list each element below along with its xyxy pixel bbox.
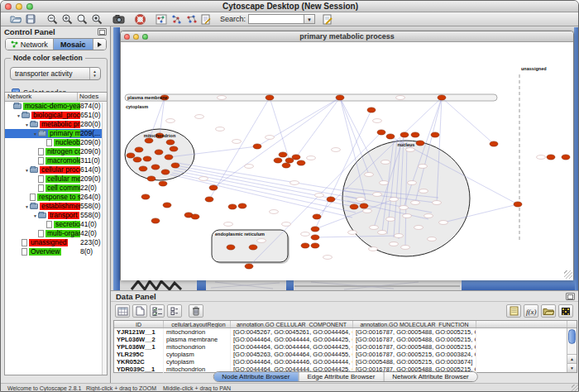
select-attributes-icon[interactable]	[150, 304, 165, 318]
attribute-list-icon[interactable]	[167, 304, 182, 318]
tree-row[interactable]: ▼primary metabolic209(...	[5, 129, 107, 138]
window-titlebar[interactable]: Cytoscape Desktop (New Session)	[1, 1, 579, 12]
tree-scrollbar[interactable]	[102, 103, 107, 375]
zoom-fit-icon[interactable]	[74, 13, 89, 26]
network-node[interactable]	[311, 227, 319, 232]
network-node[interactable]	[245, 264, 253, 269]
attribute-batch-editor-icon[interactable]	[506, 304, 521, 318]
network-node[interactable]	[127, 153, 135, 158]
tab-node-attribute-browser[interactable]: Node Attribute Browser	[213, 372, 299, 381]
network-node[interactable]	[386, 134, 395, 139]
tree-row[interactable]: ▼cellular process614(0)	[5, 165, 107, 174]
network-node[interactable]	[249, 245, 257, 250]
network-node[interactable]	[171, 163, 179, 168]
network-node[interactable]	[377, 130, 385, 135]
network-node[interactable]	[191, 214, 199, 219]
network-node[interactable]	[253, 144, 261, 149]
network-node[interactable]	[336, 95, 344, 100]
import-network-icon[interactable]	[169, 13, 184, 26]
import-attributes-icon[interactable]	[541, 304, 556, 318]
network-node[interactable]	[327, 197, 335, 202]
column-header[interactable]: annotation.GO MOLECULAR_FUNCTION	[353, 321, 476, 327]
tab-mosaic[interactable]: Mosaic	[54, 39, 93, 50]
float-panel-icon[interactable]	[566, 293, 575, 300]
tree-row[interactable]: Overview8(0)	[5, 247, 107, 256]
network-node[interactable]	[313, 214, 321, 219]
network-node[interactable]	[170, 146, 178, 151]
network-node[interactable]	[431, 132, 439, 137]
expand-arrow-icon[interactable]: ▼	[24, 204, 30, 209]
open-icon[interactable]	[8, 13, 23, 26]
minimize-window-icon[interactable]	[16, 3, 22, 10]
scrollbar-thumb[interactable]	[568, 329, 576, 344]
network-node[interactable]	[490, 141, 498, 146]
table-row[interactable]: YPL036W__2plasma membrane[GO:0044464, GO…	[114, 336, 577, 343]
network-node[interactable]	[205, 197, 213, 202]
help-icon[interactable]	[132, 13, 147, 26]
column-header[interactable]: annotation.GO CELLULAR_COMPONENT	[231, 321, 353, 327]
column-header[interactable]	[476, 321, 567, 327]
network-node[interactable]	[547, 155, 555, 160]
table-row[interactable]: YKR052Ccytoplasm[GO:0044464, GO:0044446,…	[114, 358, 577, 366]
network-node[interactable]	[163, 203, 171, 208]
table-scrollbar[interactable]: ▲ ▼	[567, 328, 577, 372]
zoom-window-icon[interactable]	[26, 3, 33, 10]
network-node[interactable]	[350, 204, 358, 209]
export-network-icon[interactable]	[184, 13, 199, 26]
tree-row[interactable]: ▼transport558(0)	[5, 211, 107, 220]
zoom-out-icon[interactable]	[45, 13, 60, 26]
tree-row[interactable]: nucleobase-209(0)	[5, 138, 107, 147]
network-node[interactable]	[227, 245, 235, 250]
network-node[interactable]	[155, 150, 163, 155]
network-node[interactable]	[161, 170, 170, 174]
network-node[interactable]	[292, 155, 300, 160]
tree-row[interactable]: secretion41(0)	[5, 220, 107, 229]
delete-attribute-icon[interactable]	[189, 304, 203, 318]
network-node[interactable]	[151, 218, 160, 223]
network-node[interactable]	[209, 185, 218, 190]
network-node[interactable]	[311, 235, 319, 240]
column-header[interactable]: ID	[114, 321, 164, 327]
network-node[interactable]	[562, 155, 570, 160]
network-node[interactable]	[411, 132, 419, 137]
search-input[interactable]	[248, 14, 304, 24]
expand-arrow-icon[interactable]: ▼	[32, 131, 38, 136]
tree-row[interactable]: ▼establishment of lo558(0)	[5, 202, 107, 211]
tree-row[interactable]: nitrogen compo209(0)	[5, 147, 107, 156]
table-row[interactable]: YLR295Ccytoplasm[GO:0045263, GO:0044464,…	[114, 351, 577, 358]
window-resize-grip-icon[interactable]	[572, 385, 579, 392]
network-node[interactable]	[282, 163, 290, 168]
network-node[interactable]	[360, 203, 368, 208]
close-view-icon[interactable]	[124, 34, 130, 40]
network-node[interactable]	[166, 140, 175, 145]
expand-arrow-icon[interactable]: ▼	[16, 113, 22, 118]
network-node[interactable]	[279, 152, 287, 157]
network-node[interactable]	[416, 141, 424, 146]
tree-row[interactable]: response to stimulu264(0)	[5, 193, 107, 202]
tree-row[interactable]: cellular metabo209(0)	[5, 174, 107, 184]
tree-row[interactable]: unassigned223(0)	[5, 238, 107, 247]
network-node[interactable]	[238, 203, 246, 208]
network-node[interactable]	[151, 165, 160, 170]
network-node[interactable]	[141, 194, 150, 199]
tree-row[interactable]: cell communicat22(0)	[5, 184, 107, 193]
save-icon[interactable]	[23, 13, 38, 26]
network-node[interactable]	[165, 155, 173, 160]
expand-arrow-icon[interactable]: ▼	[24, 168, 30, 173]
network-view-window[interactable]: primary metabolic process plasma membran…	[120, 31, 574, 280]
network-node[interactable]	[145, 138, 153, 143]
float-panel-icon[interactable]	[98, 28, 107, 36]
table-row[interactable]: YJR121W__1mitochondrion[GO:0045267, GO:0…	[114, 328, 577, 336]
network-node[interactable]	[228, 204, 237, 209]
zoom-in-icon[interactable]	[60, 13, 74, 26]
search-options-icon[interactable]: ▼	[304, 14, 315, 24]
network-node[interactable]	[135, 147, 143, 152]
scroll-up-icon[interactable]: ▲	[567, 354, 577, 363]
network-node[interactable]	[143, 156, 151, 161]
expand-arrow-icon[interactable]: ▼	[24, 122, 30, 127]
table-row[interactable]: YPL036W__1mitochondrion[GO:0044464, GO:0…	[114, 343, 577, 351]
matrix-view-icon[interactable]	[558, 304, 573, 318]
network-node[interactable]	[400, 132, 409, 137]
annotation-icon[interactable]	[199, 13, 213, 26]
tree-row[interactable]: ▼biological_process651(0)	[5, 111, 107, 120]
